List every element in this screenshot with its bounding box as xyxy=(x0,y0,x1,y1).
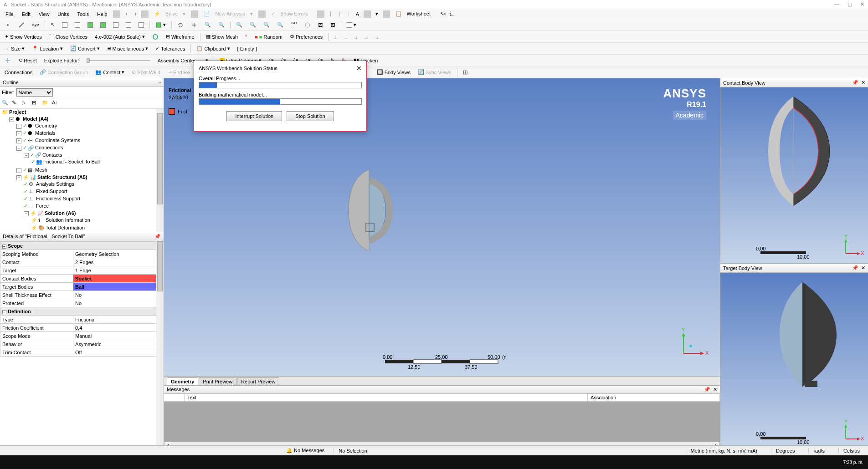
tree-total-def[interactable]: Total Deformation xyxy=(46,225,85,230)
menu-tools[interactable]: Tools xyxy=(73,10,92,18)
show-errors-button[interactable]: ✓ Show Errors xyxy=(267,10,315,18)
menu-file[interactable]: File xyxy=(2,10,17,18)
stop-solution-button[interactable]: Stop Solution xyxy=(287,111,334,121)
dialog-close-icon[interactable]: ✕ xyxy=(356,65,362,72)
contact-pin-icon[interactable]: 📌 xyxy=(852,80,858,86)
scale-dropdown[interactable]: 4,e-002 (Auto Scale) ▾ xyxy=(92,33,148,41)
box-2-icon[interactable] xyxy=(72,21,83,29)
magnify-4-icon[interactable]: 🔍 xyxy=(274,21,286,29)
tree-tool-5[interactable]: 📁 xyxy=(42,100,49,107)
print-icon[interactable]: 🖼 xyxy=(328,21,338,29)
menu-edit[interactable]: Edit xyxy=(18,10,34,18)
tag-icon[interactable]: 🏷 xyxy=(448,10,456,18)
close-vertices-button[interactable]: ⛶ Close Vertices xyxy=(46,33,90,41)
mesh-k-icon[interactable]: ᴷ xyxy=(242,33,250,41)
random-button[interactable]: ■■ Random xyxy=(252,33,285,41)
details-scrollbar[interactable] xyxy=(156,241,164,449)
reset-button[interactable]: ⟲ Reset xyxy=(15,56,40,64)
view-cycle-icon[interactable] xyxy=(302,21,313,29)
messages-body[interactable] xyxy=(164,402,720,442)
tree-static[interactable]: Static Structural (A5) xyxy=(37,174,87,180)
pin-icon[interactable]: ▫ xyxy=(159,80,161,85)
extend-1-icon[interactable]: ⟂ xyxy=(331,33,340,41)
sync-views-button[interactable]: 🔄 Sync Views xyxy=(415,68,454,76)
tolerances-button[interactable]: ✓ Tolerances xyxy=(153,45,188,52)
tree-project[interactable]: Project xyxy=(9,109,26,115)
msg-pin-icon[interactable]: 📌 xyxy=(704,387,710,393)
box-5-icon[interactable] xyxy=(110,21,121,29)
tree-scrollbar[interactable] xyxy=(156,109,164,232)
show-vertices-button[interactable]: ✦ Show Vertices xyxy=(2,33,45,41)
tree-coord[interactable]: Coordinate Systems xyxy=(35,138,80,143)
tree-sol-info[interactable]: Solution Information xyxy=(46,217,90,223)
tree-tool-1[interactable]: 🔍 xyxy=(2,100,9,107)
body-views-button[interactable]: 🔲 Body Views xyxy=(374,68,413,76)
maximize-icon[interactable]: ▢ xyxy=(847,1,852,7)
tree-materials[interactable]: Materials xyxy=(35,130,56,136)
extend-3-icon[interactable]: ⟂ xyxy=(352,33,361,41)
tree-geometry[interactable]: Geometry xyxy=(35,123,57,128)
axis-triad[interactable]: Y X xyxy=(674,326,711,362)
pointer-icon[interactable]: ↖ xyxy=(48,21,57,29)
box-3-icon[interactable] xyxy=(85,21,96,29)
spot-weld-button[interactable]: ⊙ Spot Weld xyxy=(129,68,163,76)
target-pin-icon[interactable]: 📌 xyxy=(852,265,858,271)
details-pin-icon[interactable]: 📌 xyxy=(154,234,161,240)
box-blank-icon[interactable]: ▾ xyxy=(344,21,359,29)
tree-force[interactable]: Force xyxy=(36,203,49,209)
iso-icon[interactable]: ISO↔ xyxy=(288,20,300,30)
tree-connections[interactable]: Connections xyxy=(35,145,63,150)
worksheet-button[interactable]: 📋 Worksheet xyxy=(392,10,438,18)
target-close-icon[interactable]: ✕ xyxy=(861,265,865,271)
contact-dropdown[interactable]: 👥 Contact ▾ xyxy=(92,68,127,76)
magnify-2-icon[interactable]: 🔍 xyxy=(247,21,259,29)
details-table[interactable]: −Scope Scoping MethodGeometry Selection … xyxy=(0,241,164,449)
contact-triad[interactable]: YX xyxy=(839,234,864,260)
connection-group-button[interactable]: 🔗 Connection Group xyxy=(37,68,91,76)
box-7-icon[interactable] xyxy=(136,21,147,29)
wireframe-button[interactable]: ⊞ Wireframe xyxy=(163,33,197,41)
box-4-icon[interactable] xyxy=(98,21,108,29)
assembly-icon[interactable] xyxy=(2,56,14,65)
tree-solution[interactable]: Solution (A6) xyxy=(45,210,76,216)
tree-tool-3[interactable]: ▷ xyxy=(22,100,29,107)
select-edge-icon[interactable] xyxy=(15,21,27,29)
tool-icon-4[interactable]: A xyxy=(354,10,362,18)
cursor-tool-icon[interactable]: ↖x xyxy=(439,10,447,18)
msg-col-text[interactable]: Text xyxy=(185,394,588,401)
tree-fixed[interactable]: Fixed Support xyxy=(36,189,67,194)
tree-frictionless[interactable]: Frictionless Support xyxy=(36,196,80,201)
tool-icon-3[interactable] xyxy=(344,10,353,18)
misc-dropdown[interactable]: ⊕ Miscellaneous ▾ xyxy=(104,45,151,52)
clipboard-dropdown[interactable]: 📋 Clipboard ▾ xyxy=(194,45,232,52)
msg-col-assoc[interactable]: Association xyxy=(588,394,720,401)
taskbar[interactable]: 7:28 p. m. xyxy=(0,455,868,469)
contact-body-view[interactable]: 0,0010,00 YX xyxy=(720,87,868,263)
tree-contacts[interactable]: Contacts xyxy=(42,152,62,158)
pan-icon[interactable] xyxy=(188,21,200,29)
tree-frictional[interactable]: Frictional - Socket To Ball xyxy=(43,159,100,164)
size-dropdown[interactable]: ↔ Size ▾ xyxy=(2,45,27,52)
menu-view[interactable]: View xyxy=(35,10,53,18)
close-icon[interactable]: ✕ xyxy=(860,1,864,7)
menu-units[interactable]: Units xyxy=(54,10,72,18)
msg-close-icon[interactable]: ✕ xyxy=(713,387,717,393)
tool-icon-1[interactable] xyxy=(326,10,334,18)
box-6-icon[interactable] xyxy=(123,21,134,29)
tree-sort-icon[interactable]: A↓ xyxy=(52,100,59,107)
filter-dropdown[interactable]: Name xyxy=(16,88,53,97)
outline-tree[interactable]: 📁Project −⬢Model (A4) +✓⬢Geometry +✓⬢Mat… xyxy=(0,109,164,232)
extend-5-icon[interactable]: ⟂ xyxy=(373,33,382,41)
magnify-1-icon[interactable]: 🔍 xyxy=(233,21,245,29)
cube-icon[interactable]: ▾ xyxy=(373,10,381,18)
extend-2-icon[interactable]: ⟂ xyxy=(342,33,350,41)
tab-geometry[interactable]: Geometry xyxy=(167,377,198,385)
new-analysis-button[interactable]: 📄 New Analysis ▾ xyxy=(200,10,257,18)
screenshot-icon[interactable]: 🖼 xyxy=(315,21,326,29)
minimize-icon[interactable]: — xyxy=(834,1,839,7)
extend-4-icon[interactable]: ⟂ xyxy=(363,33,371,41)
preferences-button[interactable]: ⚙ Preferences xyxy=(287,33,325,41)
refresh-icon[interactable] xyxy=(122,10,130,18)
show-mesh-button[interactable]: ▦ Show Mesh xyxy=(203,33,241,41)
convert-dropdown[interactable]: 🔄 Convert ▾ xyxy=(67,45,103,52)
